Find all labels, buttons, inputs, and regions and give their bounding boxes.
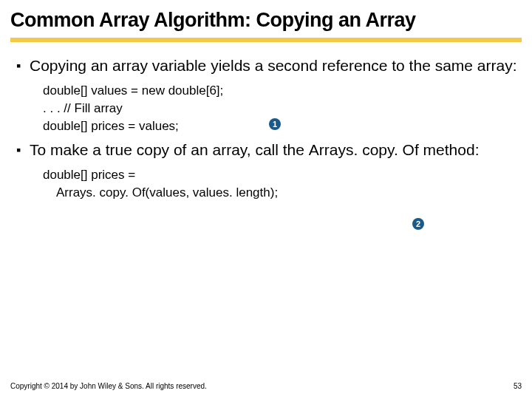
bullet-item: ▪ To make a true copy of an array, call … xyxy=(13,140,519,160)
slide-title: Common Array Algorithm: Copying an Array xyxy=(0,0,532,36)
bullet-text: To make a true copy of an array, call th… xyxy=(30,140,480,160)
copyright-text: Copyright © 2014 by John Wiley & Sons. A… xyxy=(10,382,207,390)
slide-content: ▪ Copying an array variable yields a sec… xyxy=(0,42,532,202)
code-block: double[] values = new double[6]; . . . /… xyxy=(13,79,519,140)
code-line: double[] prices = values; xyxy=(43,117,519,135)
bullet-item: ▪ Copying an array variable yields a sec… xyxy=(13,55,519,76)
callout-badge-1-icon: 1 xyxy=(269,118,281,130)
bullet-marker-icon: ▪ xyxy=(13,55,30,76)
callout-badge-2-icon: 2 xyxy=(412,218,424,230)
bullet-text: Copying an array variable yields a secon… xyxy=(30,55,517,76)
bullet-marker-icon: ▪ xyxy=(13,140,30,160)
code-block: double[] prices = Arrays. copy. Of(value… xyxy=(13,163,519,202)
code-line: double[] prices = xyxy=(43,166,519,184)
code-line: . . . // Fill array xyxy=(43,100,519,117)
bullet-text-post: method: xyxy=(419,141,480,158)
bullet-text-pre: To make a true copy of an array, call th… xyxy=(30,141,309,158)
slide-footer: Copyright © 2014 by John Wiley & Sons. A… xyxy=(10,382,522,390)
code-line: Arrays. copy. Of(values, values. length)… xyxy=(43,184,519,202)
page-number: 53 xyxy=(514,382,522,390)
inline-code: Arrays. copy. Of xyxy=(309,141,419,158)
code-line: double[] values = new double[6]; xyxy=(43,82,519,100)
